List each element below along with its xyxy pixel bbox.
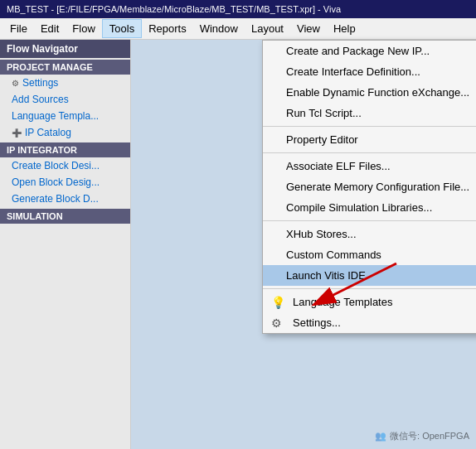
menu-associate-elf[interactable]: Associate ELF Files... — [263, 156, 476, 176]
menu-enable-dfx[interactable]: Enable Dynamic Function eXchange... — [263, 82, 476, 103]
menu-edit[interactable]: Edit — [34, 20, 66, 37]
section-label: PROJECT MANAGE — [7, 62, 93, 72]
menu-help[interactable]: Help — [327, 20, 362, 37]
title-text: MB_TEST - [E:/FILE/FPGA/Memblaze/MicroBl… — [7, 4, 341, 14]
generate-block-label: Generate Block D... — [12, 193, 99, 205]
create-block-label: Create Block Desi... — [12, 160, 100, 171]
settings-icon: ⚙ — [12, 79, 19, 88]
separator-4 — [263, 288, 476, 289]
menu-xhub-stores[interactable]: XHub Stores... — [263, 224, 476, 244]
sidebar-item-language-templates[interactable]: Language Templa... — [0, 108, 130, 124]
section-label: IP INTEGRATOR — [7, 145, 77, 155]
menu-property-editor[interactable]: Property Editor Ctrl+J — [263, 129, 476, 150]
sidebar-section-ip-integrator: IP INTEGRATOR — [0, 142, 130, 157]
sidebar-item-ip-catalog[interactable]: ➕ IP Catalog — [0, 124, 130, 141]
menu-language-templates[interactable]: 💡 Language Templates — [263, 292, 476, 312]
menu-file[interactable]: File — [3, 20, 34, 37]
menu-custom-commands[interactable]: Custom Commands ▶ — [263, 244, 476, 265]
sidebar-item-create-block[interactable]: Create Block Desi... — [0, 157, 130, 174]
sidebar-item-add-sources[interactable]: Add Sources — [0, 91, 130, 108]
lightbulb-icon: 💡 — [271, 296, 285, 309]
sidebar-item-generate-block[interactable]: Generate Block D... — [0, 191, 130, 207]
sidebar-title: Flow Navigator — [0, 40, 130, 58]
ip-catalog-icon: ➕ — [12, 128, 22, 138]
menu-launch-vitis[interactable]: Launch Vitis IDE — [263, 265, 476, 286]
menu-compile-sim[interactable]: Compile Simulation Libraries... — [263, 197, 476, 218]
watermark-icon: 👥 — [375, 431, 386, 442]
watermark-text: 微信号: OpenFPGA — [390, 430, 469, 442]
open-block-label: Open Block Desig... — [12, 176, 100, 188]
menu-tools[interactable]: Tools — [102, 19, 142, 38]
menu-layout[interactable]: Layout — [245, 20, 290, 37]
sidebar-section-project: PROJECT MANAGE — [0, 60, 130, 75]
add-sources-label: Add Sources — [12, 94, 69, 105]
gear-icon: ⚙ — [271, 316, 282, 330]
lang-templates-label: Language Templa... — [12, 110, 99, 122]
sidebar-item-open-block[interactable]: Open Block Desig... — [0, 174, 130, 191]
menu-window[interactable]: Window — [193, 20, 245, 37]
menu-reports[interactable]: Reports — [142, 20, 193, 37]
sidebar-item-settings[interactable]: ⚙ Settings — [0, 75, 130, 91]
menu-bar: File Edit Flow Tools Reports Window Layo… — [0, 18, 476, 40]
ip-catalog-label: IP Catalog — [25, 127, 71, 138]
menu-run-tcl[interactable]: Run Tcl Script... — [263, 103, 476, 123]
sidebar-item-label: Settings — [22, 77, 58, 89]
content-area: Create and Package New IP... Create Inte… — [131, 40, 476, 449]
menu-gen-memory-config[interactable]: Generate Memory Configuration File... — [263, 176, 476, 197]
separator-1 — [263, 126, 476, 127]
menu-create-package-ip[interactable]: Create and Package New IP... — [263, 41, 476, 61]
tools-dropdown: Create and Package New IP... Create Inte… — [262, 40, 476, 334]
sidebar: Flow Navigator PROJECT MANAGE ⚙ Settings… — [0, 40, 131, 449]
separator-3 — [263, 220, 476, 221]
separator-2 — [263, 152, 476, 153]
watermark: 👥 微信号: OpenFPGA — [375, 430, 469, 442]
menu-create-interface[interactable]: Create Interface Definition... — [263, 61, 476, 82]
menu-view[interactable]: View — [290, 20, 327, 37]
menu-flow[interactable]: Flow — [66, 20, 101, 37]
menu-settings[interactable]: ⚙ Settings... — [263, 312, 476, 333]
title-bar: MB_TEST - [E:/FILE/FPGA/Memblaze/MicroBl… — [0, 0, 476, 18]
sidebar-section-simulation: SIMULATION — [0, 209, 130, 224]
section-label: SIMULATION — [7, 211, 63, 221]
main-area: Flow Navigator PROJECT MANAGE ⚙ Settings… — [0, 40, 476, 449]
